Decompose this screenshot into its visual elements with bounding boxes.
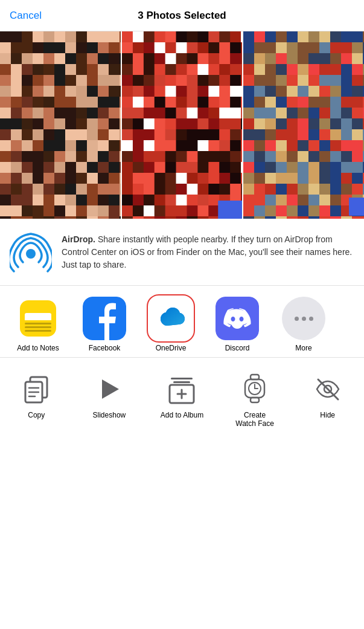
photo-thumb-2[interactable]	[122, 31, 244, 219]
watch-face-icon	[238, 372, 272, 406]
action-copy[interactable]: Copy	[3, 372, 69, 419]
app-item-notes[interactable]: Add to Notes	[5, 297, 71, 352]
onedrive-icon-wrapper	[149, 297, 193, 340]
hide-icon	[311, 372, 345, 406]
app-item-onedrive[interactable]: OneDrive	[138, 297, 204, 352]
svg-rect-20	[251, 398, 259, 402]
cancel-button[interactable]: Cancel	[10, 10, 42, 22]
photo-thumb-3[interactable]	[243, 31, 364, 219]
page-title: 3 Photos Selected	[138, 10, 226, 22]
discord-icon-wrapper	[216, 297, 259, 340]
app-label-notes: Add to Notes	[17, 344, 59, 352]
airdrop-icon	[10, 231, 52, 273]
notes-icon-wrapper	[16, 297, 60, 340]
svg-marker-9	[102, 379, 119, 399]
svg-point-0	[26, 249, 36, 259]
photos-row	[0, 31, 364, 219]
header: Cancel 3 Photos Selected	[0, 0, 364, 31]
app-label-more: More	[295, 344, 311, 352]
onedrive-icon	[149, 297, 193, 340]
app-item-more[interactable]: More	[270, 297, 337, 352]
app-row: Add to Notes Facebook	[0, 286, 364, 358]
svg-rect-11	[173, 381, 190, 383]
airdrop-description: AirDrop. Share instantly with people nea…	[62, 233, 354, 271]
more-icon	[282, 297, 325, 340]
airdrop-section: AirDrop. Share instantly with people nea…	[0, 219, 364, 286]
app-label-onedrive: OneDrive	[156, 344, 187, 352]
discord-icon	[216, 297, 259, 340]
app-label-discord: Discord	[225, 344, 250, 352]
action-label-hide: Hide	[320, 411, 335, 419]
photo-thumb-1[interactable]	[0, 31, 122, 219]
notes-icon	[20, 300, 56, 337]
facebook-icon	[83, 297, 126, 340]
app-item-discord[interactable]: Discord	[204, 297, 270, 352]
facebook-icon-wrapper	[83, 297, 126, 340]
action-hide[interactable]: Hide	[295, 372, 361, 419]
action-add-album[interactable]: Add to Album	[148, 372, 215, 419]
airdrop-title: AirDrop.	[62, 234, 95, 244]
svg-rect-10	[171, 378, 193, 379]
action-slideshow[interactable]: Slideshow	[76, 372, 142, 419]
action-label-watch-face: Create Watch Face	[235, 411, 274, 428]
action-label-copy: Copy	[28, 411, 45, 419]
add-album-icon	[165, 372, 199, 406]
action-label-add-album: Add to Album	[161, 411, 203, 419]
app-item-facebook[interactable]: Facebook	[71, 297, 138, 352]
action-watch-face[interactable]: Create Watch Face	[222, 372, 288, 428]
app-label-facebook: Facebook	[89, 344, 121, 352]
copy-icon	[19, 372, 53, 406]
slideshow-icon	[92, 372, 126, 406]
action-label-slideshow: Slideshow	[93, 411, 126, 419]
action-row: Copy Slideshow Add to Album	[0, 358, 364, 433]
